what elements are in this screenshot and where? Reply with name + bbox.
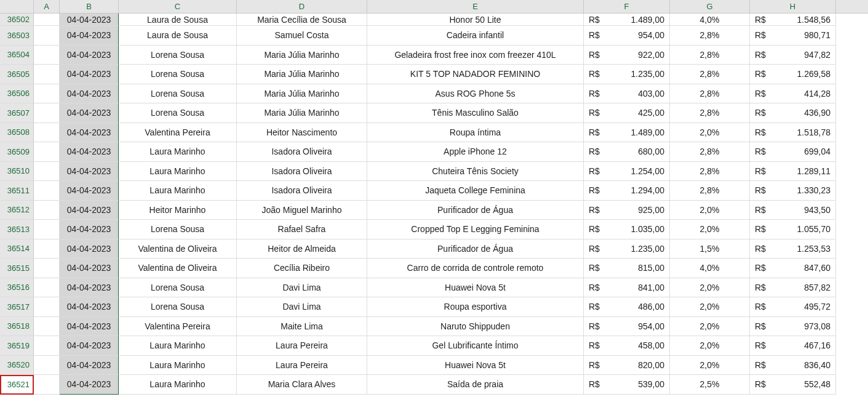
cell-product[interactable]: Cadeira infantil	[367, 26, 584, 46]
cell-seller[interactable]: Laura Marinho	[119, 356, 237, 376]
cell-customer[interactable]: Heitor de Almeida	[237, 239, 367, 259]
cell-seller[interactable]: Laura Marinho	[119, 162, 237, 182]
cell-price[interactable]: R$815,00	[584, 259, 670, 278]
row-header[interactable]: 36510	[0, 162, 34, 182]
cell-price[interactable]: R$925,00	[584, 201, 670, 220]
cell-date[interactable]: 04-04-2023	[60, 220, 119, 239]
cell-seller[interactable]: Valentina Pereira	[119, 123, 237, 143]
cell-product[interactable]: Huawei Nova 5t	[367, 356, 584, 376]
cell-price[interactable]: R$539,00	[584, 375, 670, 395]
cell-A[interactable]	[34, 103, 60, 123]
cell-date[interactable]: 04-04-2023	[60, 317, 119, 337]
cell-customer[interactable]: Laura Pereira	[237, 336, 367, 356]
cell-percent[interactable]: 2,0%	[670, 201, 750, 220]
cell-customer[interactable]: Samuel Costa	[237, 26, 367, 46]
cell-customer[interactable]: Maria Júlia Marinho	[237, 84, 367, 104]
cell-percent[interactable]: 2,0%	[670, 356, 750, 376]
cell-customer[interactable]: Laura Pereira	[237, 356, 367, 376]
cell-product[interactable]: Asus ROG Phone 5s	[367, 84, 584, 104]
cell-seller[interactable]: Laura Marinho	[119, 336, 237, 356]
cell-seller[interactable]: Laura Marinho	[119, 142, 237, 162]
cell-A[interactable]	[34, 65, 60, 84]
cell-price[interactable]: R$1.235,00	[584, 65, 670, 84]
cell-price[interactable]: R$1.489,00	[584, 14, 670, 26]
cell-product[interactable]: Roupa esportiva	[367, 297, 584, 317]
cell-price[interactable]: R$680,00	[584, 142, 670, 162]
cell-date[interactable]: 04-04-2023	[60, 336, 119, 356]
cell-A[interactable]	[34, 356, 60, 376]
row-header[interactable]: 36515	[0, 259, 34, 278]
col-header-C[interactable]: C	[119, 0, 237, 13]
cell-percent[interactable]: 2,0%	[670, 220, 750, 239]
cell-customer[interactable]: Isadora Oliveira	[237, 162, 367, 182]
row-header[interactable]: 36516	[0, 278, 34, 298]
cell-customer[interactable]: Isadora Oliveira	[237, 142, 367, 162]
cell-date[interactable]: 04-04-2023	[60, 239, 119, 259]
cell-total[interactable]: R$552,48	[750, 375, 836, 395]
cell-seller[interactable]: Valentina de Oliveira	[119, 239, 237, 259]
row-header[interactable]: 36517	[0, 297, 34, 317]
cell-total[interactable]: R$467,16	[750, 336, 836, 356]
cell-total[interactable]: R$699,04	[750, 142, 836, 162]
cell-percent[interactable]: 2,8%	[670, 46, 750, 65]
row-header[interactable]: 36504	[0, 46, 34, 65]
cell-A[interactable]	[34, 259, 60, 278]
cell-A[interactable]	[34, 46, 60, 65]
cell-percent[interactable]: 1,5%	[670, 239, 750, 259]
row-header[interactable]: 36520	[0, 356, 34, 376]
cell-A[interactable]	[34, 239, 60, 259]
cell-seller[interactable]: Lorena Sousa	[119, 46, 237, 65]
cell-A[interactable]	[34, 162, 60, 182]
cell-seller[interactable]: Lorena Sousa	[119, 297, 237, 317]
cell-percent[interactable]: 4,0%	[670, 14, 750, 26]
cell-seller[interactable]: Lorena Sousa	[119, 84, 237, 104]
cell-total[interactable]: R$1.330,23	[750, 181, 836, 201]
cell-seller[interactable]: Lorena Sousa	[119, 103, 237, 123]
cell-seller[interactable]: Lorena Sousa	[119, 65, 237, 84]
cell-price[interactable]: R$841,00	[584, 278, 670, 298]
cell-customer[interactable]: Heitor Nascimento	[237, 123, 367, 143]
cell-price[interactable]: R$1.489,00	[584, 123, 670, 143]
cell-A[interactable]	[34, 26, 60, 46]
row-header[interactable]: 36512	[0, 201, 34, 220]
row-header[interactable]: 36502	[0, 14, 34, 26]
cell-seller[interactable]: Laura Marinho	[119, 181, 237, 201]
cell-A[interactable]	[34, 123, 60, 143]
cell-customer[interactable]: Maria Clara Alves	[237, 375, 367, 395]
cell-date[interactable]: 04-04-2023	[60, 162, 119, 182]
select-all-corner[interactable]	[0, 0, 34, 13]
cell-price[interactable]: R$458,00	[584, 336, 670, 356]
row-header[interactable]: 36509	[0, 142, 34, 162]
cell-percent[interactable]: 2,0%	[670, 297, 750, 317]
col-header-D[interactable]: D	[237, 0, 367, 13]
cell-A[interactable]	[34, 278, 60, 298]
cell-price[interactable]: R$1.294,00	[584, 181, 670, 201]
col-header-B[interactable]: B	[60, 0, 119, 13]
cell-total[interactable]: R$943,50	[750, 201, 836, 220]
cell-date[interactable]: 04-04-2023	[60, 14, 119, 26]
cell-A[interactable]	[34, 14, 60, 26]
cell-product[interactable]: Purificador de Água	[367, 201, 584, 220]
cell-product[interactable]: Carro de corrida de controle remoto	[367, 259, 584, 278]
col-header-G[interactable]: G	[670, 0, 750, 13]
cell-price[interactable]: R$820,00	[584, 356, 670, 376]
cell-customer[interactable]: Isadora Oliveira	[237, 181, 367, 201]
cell-date[interactable]: 04-04-2023	[60, 26, 119, 46]
cell-product[interactable]: Huawei Nova 5t	[367, 278, 584, 298]
cell-A[interactable]	[34, 201, 60, 220]
cell-total[interactable]: R$973,08	[750, 317, 836, 337]
cell-total[interactable]: R$1.253,53	[750, 239, 836, 259]
cell-total[interactable]: R$857,82	[750, 278, 836, 298]
cell-percent[interactable]: 4,0%	[670, 259, 750, 278]
cell-A[interactable]	[34, 317, 60, 337]
cell-total[interactable]: R$1.548,56	[750, 14, 836, 26]
cell-seller[interactable]: Heitor Marinho	[119, 201, 237, 220]
cell-A[interactable]	[34, 84, 60, 104]
cell-product[interactable]: Apple iPhone 12	[367, 142, 584, 162]
cell-customer[interactable]: Cecília Ribeiro	[237, 259, 367, 278]
cell-percent[interactable]: 2,8%	[670, 142, 750, 162]
cell-date[interactable]: 04-04-2023	[60, 375, 119, 395]
cell-total[interactable]: R$414,28	[750, 84, 836, 104]
cell-date[interactable]: 04-04-2023	[60, 278, 119, 298]
cell-date[interactable]: 04-04-2023	[60, 356, 119, 376]
